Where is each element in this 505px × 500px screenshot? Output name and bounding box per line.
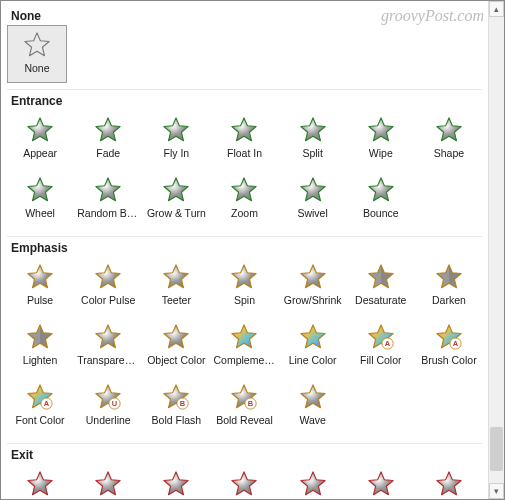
star-icon (434, 262, 464, 292)
star-icon: B (161, 382, 191, 412)
effect-grow-shrink[interactable]: Grow/Shrink (280, 257, 346, 315)
effect-label: Split (302, 147, 322, 159)
scrollbar-vertical[interactable]: ▴ ▾ (488, 1, 504, 499)
effect-label: Font Color (16, 414, 65, 426)
effect-darken[interactable]: Darken (416, 257, 482, 315)
star-icon: A (366, 322, 396, 352)
effect-font-color[interactable]: A Font Color (7, 377, 73, 435)
grid-exit: Disappear Fade (7, 464, 482, 499)
effect-underline[interactable]: U Underline (75, 377, 141, 435)
star-icon (229, 175, 259, 205)
effect-lighten[interactable]: Lighten (7, 317, 73, 375)
effect-fade[interactable]: Fade (75, 464, 141, 499)
effect-label: Complemen… (213, 354, 275, 366)
scroll-track[interactable] (489, 17, 504, 483)
svg-text:B: B (248, 399, 254, 408)
star-icon (25, 175, 55, 205)
effect-label: Line Color (289, 354, 337, 366)
effect-none[interactable]: None (7, 25, 67, 83)
scroll-down-button[interactable]: ▾ (489, 483, 504, 499)
star-icon (161, 322, 191, 352)
star-icon (298, 115, 328, 145)
effect-swivel[interactable]: Swivel (280, 170, 346, 228)
effect-float-out[interactable]: Float Out (211, 464, 277, 499)
section-head-emphasis: Emphasis (11, 241, 482, 255)
svg-text:A: A (44, 399, 50, 408)
effect-bold-flash[interactable]: B Bold Flash (143, 377, 209, 435)
svg-text:A: A (453, 339, 459, 348)
star-icon (229, 322, 259, 352)
effect-wipe[interactable]: Wipe (348, 464, 414, 499)
separator (7, 443, 482, 444)
effect-bounce[interactable]: Bounce (348, 170, 414, 228)
effect-label: None (24, 62, 49, 74)
effect-complemen[interactable]: Complemen… (211, 317, 277, 375)
effect-wipe[interactable]: Wipe (348, 110, 414, 168)
star-icon (161, 175, 191, 205)
effect-label: Wipe (369, 147, 393, 159)
effect-label: Spin (234, 294, 255, 306)
effect-desaturate[interactable]: Desaturate (348, 257, 414, 315)
effect-split[interactable]: Split (280, 110, 346, 168)
effect-fly-out[interactable]: Fly Out (143, 464, 209, 499)
effect-label: Color Pulse (81, 294, 135, 306)
star-icon (434, 115, 464, 145)
star-icon (298, 175, 328, 205)
effect-label: Appear (23, 147, 57, 159)
effect-label: Random Bars (77, 207, 139, 219)
grid-emphasis: Pulse Color Pulse (7, 257, 482, 435)
star-icon (93, 322, 123, 352)
svg-text:U: U (112, 399, 117, 408)
effect-color-pulse[interactable]: Color Pulse (75, 257, 141, 315)
effect-fade[interactable]: Fade (75, 110, 141, 168)
effect-label: Bounce (363, 207, 399, 219)
star-icon: A (25, 382, 55, 412)
effect-line-color[interactable]: Line Color (280, 317, 346, 375)
effect-label: Bold Flash (152, 414, 202, 426)
effect-grow-turn[interactable]: Grow & Turn (143, 170, 209, 228)
effect-teeter[interactable]: Teeter (143, 257, 209, 315)
effect-float-in[interactable]: Float In (211, 110, 277, 168)
star-icon (298, 382, 328, 412)
scroll-up-button[interactable]: ▴ (489, 1, 504, 17)
effect-random-bars[interactable]: Random Bars (75, 170, 141, 228)
effect-bold-reveal[interactable]: B Bold Reveal (211, 377, 277, 435)
star-icon (298, 322, 328, 352)
star-icon (25, 115, 55, 145)
effect-label: Lighten (23, 354, 57, 366)
effect-spin[interactable]: Spin (211, 257, 277, 315)
star-icon (93, 115, 123, 145)
star-icon (93, 262, 123, 292)
effect-disappear[interactable]: Disappear (7, 464, 73, 499)
effect-fill-color[interactable]: A Fill Color (348, 317, 414, 375)
star-icon (229, 262, 259, 292)
effect-wave[interactable]: Wave (280, 377, 346, 435)
grid-none: None (7, 25, 482, 83)
effect-appear[interactable]: Appear (7, 110, 73, 168)
effect-brush-color[interactable]: A Brush Color (416, 317, 482, 375)
effect-label: Teeter (162, 294, 191, 306)
section-head-entrance: Entrance (11, 94, 482, 108)
effect-label: Brush Color (421, 354, 476, 366)
effect-fly-in[interactable]: Fly In (143, 110, 209, 168)
effect-pulse[interactable]: Pulse (7, 257, 73, 315)
star-icon (25, 262, 55, 292)
star-icon (366, 175, 396, 205)
effect-zoom[interactable]: Zoom (211, 170, 277, 228)
section-head-exit: Exit (11, 448, 482, 462)
star-icon (161, 115, 191, 145)
effect-label: Wave (299, 414, 325, 426)
effect-label: Fade (96, 147, 120, 159)
star-icon (161, 469, 191, 499)
star-icon (366, 115, 396, 145)
effect-shape[interactable]: Shape (416, 110, 482, 168)
animations-content: None None Entrance (1, 1, 488, 499)
effect-transparency[interactable]: Transparency (75, 317, 141, 375)
scroll-thumb[interactable] (490, 427, 503, 471)
effect-shape[interactable]: Shape (416, 464, 482, 499)
effect-wheel[interactable]: Wheel (7, 170, 73, 228)
star-icon (22, 30, 52, 60)
effect-label: Grow/Shrink (284, 294, 342, 306)
effect-object-color[interactable]: Object Color (143, 317, 209, 375)
effect-split[interactable]: Split (280, 464, 346, 499)
